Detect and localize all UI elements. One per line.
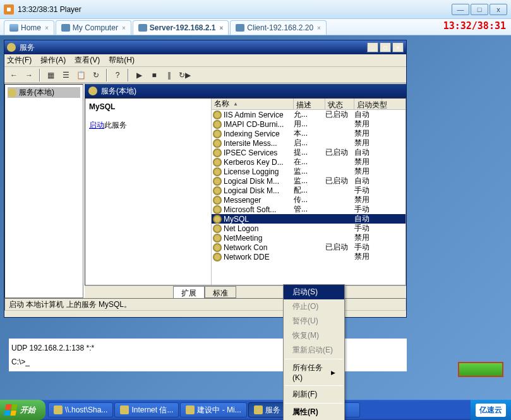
service-name: Logical Disk M... [224, 177, 279, 186]
col-state[interactable]: 状态 [325, 99, 354, 109]
service-row[interactable]: Indexing Service本...禁用 [212, 129, 406, 138]
close-button[interactable]: x [490, 4, 507, 15]
system-tray[interactable]: 亿速云 [471, 400, 511, 420]
help-button[interactable]: ? [111, 68, 124, 82]
maximize-button[interactable]: □ [471, 4, 488, 15]
app-icon [54, 405, 63, 414]
sort-asc-icon: ▲ [233, 101, 238, 107]
service-row[interactable]: Network Con已启动手动 [212, 243, 406, 252]
export-button[interactable]: 📋 [74, 68, 88, 82]
minimize-button[interactable]: — [452, 4, 469, 15]
service-state: 已启动 [325, 109, 354, 120]
ctx-stop: 停止(O) [284, 299, 344, 314]
computer-icon [236, 24, 244, 32]
tray-brand: 亿速云 [476, 404, 506, 417]
taskbar-task[interactable]: 建设中 - Mi... [180, 402, 246, 417]
col-startup-type[interactable]: 启动类型 [354, 99, 382, 109]
ctx-properties[interactable]: 属性(R) [284, 405, 344, 419]
service-row[interactable]: License Logging监...禁用 [212, 167, 406, 176]
service-icon [213, 167, 222, 176]
tab-extended[interactable]: 扩展 [173, 286, 205, 298]
close-icon[interactable]: × [317, 25, 321, 32]
tree-root[interactable]: 服务(本地) [8, 87, 80, 98]
service-name: Intersite Mess... [224, 139, 277, 148]
gear-icon [88, 87, 97, 95]
tab-home[interactable]: Home × [4, 20, 54, 35]
service-state: 已启动 [325, 147, 354, 158]
app-icon [186, 405, 195, 414]
minimize-button[interactable]: _ [367, 42, 378, 52]
tree-pane[interactable]: 服务(本地) [4, 84, 83, 298]
menu-help[interactable]: 帮助(H) [109, 55, 135, 66]
tab-mycomputer[interactable]: My Computer × [56, 20, 131, 35]
back-button[interactable]: ← [7, 68, 21, 82]
gear-icon [8, 88, 16, 97]
ctx-refresh[interactable]: 刷新(F) [284, 387, 344, 402]
service-icon [213, 234, 222, 243]
taskbar-task[interactable]: Internet 信... [114, 402, 179, 417]
close-icon[interactable]: × [220, 25, 224, 32]
start-service-button[interactable]: ▶ [132, 68, 146, 82]
taskbar: 开始 \\.host\Sha...Internet 信...建设中 - Mi..… [0, 400, 511, 420]
service-name: Kerberos Key D... [224, 158, 284, 167]
properties-button[interactable]: ☰ [59, 68, 73, 82]
col-name[interactable]: 名称▲ [212, 99, 294, 109]
refresh-button[interactable]: ↻ [89, 68, 103, 82]
service-row[interactable]: Kerberos Key D...在...禁用 [212, 157, 406, 167]
service-icon [213, 215, 222, 224]
ctx-restore: 恢复(M) [284, 328, 344, 343]
tab-server[interactable]: Server-192.168.2.1 × [133, 20, 229, 35]
close-icon[interactable]: × [45, 25, 49, 32]
service-row[interactable]: IMAPI CD-Burni...用...禁用 [212, 119, 406, 129]
list-header[interactable]: 名称▲ 描述 状态 启动类型 [212, 99, 406, 110]
taskbar-task[interactable]: \\.host\Sha... [48, 402, 113, 417]
command-prompt[interactable]: UDP 192.168.2.1:138 *:* C:\>_ [9, 339, 407, 371]
service-row[interactable]: NetMeeting禁用 [212, 233, 406, 243]
service-icon [213, 177, 222, 186]
maximize-button[interactable]: □ [380, 42, 391, 52]
service-row[interactable]: Network DDE禁用 [212, 252, 406, 261]
ctx-start[interactable]: 启动(S) [284, 285, 344, 299]
restart-service-button[interactable]: ↻▶ [177, 68, 191, 82]
menu-bar: 文件(F) 操作(A) 查看(V) 帮助(H) [4, 54, 406, 67]
timestamp-overlay: 13:32/38:31 [443, 20, 506, 32]
service-name: IMAPI CD-Burni... [224, 120, 284, 129]
services-list[interactable]: 名称▲ 描述 状态 启动类型 IIS Admin Service允...已启动自… [212, 99, 406, 285]
ctx-alltasks[interactable]: 所有任务(K)▶ [284, 361, 344, 384]
col-desc[interactable]: 描述 [294, 99, 325, 109]
show-hide-tree-button[interactable]: ▦ [44, 68, 57, 82]
close-button[interactable]: × [392, 42, 404, 52]
pause-service-button[interactable]: ‖ [162, 68, 176, 82]
forward-button[interactable]: → [22, 68, 36, 82]
start-service-link[interactable]: 启动 [89, 121, 104, 129]
window-titlebar[interactable]: 服务 _ □ × [4, 40, 406, 54]
task-label: 服务 [265, 405, 280, 416]
service-row[interactable]: MySQL自动 [212, 214, 406, 224]
stop-service-button[interactable]: ■ [147, 68, 161, 82]
service-row[interactable]: Messenger传...禁用 [212, 195, 406, 205]
service-row[interactable]: Logical Disk M...监...已启动自动 [212, 176, 406, 186]
services-window: 服务 _ □ × 文件(F) 操作(A) 查看(V) 帮助(H) ← → ▦ ☰… [4, 40, 407, 318]
tab-client[interactable]: Client-192.168.2.20 × [230, 20, 327, 35]
menu-view[interactable]: 查看(V) [75, 55, 100, 66]
service-row[interactable]: IPSEC Services提...已启动自动 [212, 148, 406, 157]
context-menu: 启动(S) 停止(O) 暂停(U) 恢复(M) 重新启动(E) 所有任务(K)▶… [283, 284, 345, 420]
service-row[interactable]: Logical Disk M...配...手动 [212, 186, 406, 195]
service-icon [213, 129, 222, 138]
player-icon [4, 4, 14, 15]
service-row[interactable]: Microsoft Soft...管...手动 [212, 205, 406, 214]
service-row[interactable]: Intersite Mess...启...禁用 [212, 138, 406, 148]
service-row[interactable]: Net Logon手动 [212, 224, 406, 233]
guest-desktop: UDP 192.168.2.1:138 *:* C:\>_ 服务 _ □ × 文… [0, 35, 511, 400]
menu-action[interactable]: 操作(A) [40, 55, 66, 66]
tab-standard[interactable]: 标准 [205, 286, 236, 298]
service-name: MySQL [224, 215, 249, 224]
close-icon[interactable]: × [122, 25, 126, 32]
taskbar-task[interactable]: 服务 [248, 402, 286, 417]
task-label: \\.host\Sha... [65, 405, 107, 414]
start-button[interactable]: 开始 [0, 400, 45, 420]
menu-file[interactable]: 文件(F) [7, 55, 32, 66]
terminal-line: UDP 192.168.2.1:138 *:* [11, 341, 404, 355]
window-title: 服务 [20, 42, 35, 53]
service-row[interactable]: IIS Admin Service允...已启动自动 [212, 110, 406, 119]
